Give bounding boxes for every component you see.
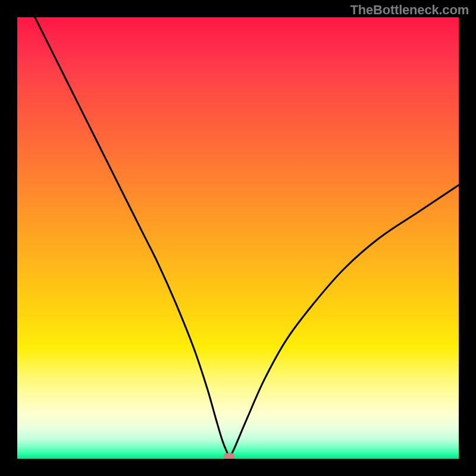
chart-frame: TheBottleneck.com — [0, 0, 476, 476]
plot-area — [17, 17, 459, 459]
watermark-text: TheBottleneck.com — [350, 2, 469, 18]
minimum-marker — [224, 453, 234, 459]
bottleneck-curve — [17, 17, 459, 459]
